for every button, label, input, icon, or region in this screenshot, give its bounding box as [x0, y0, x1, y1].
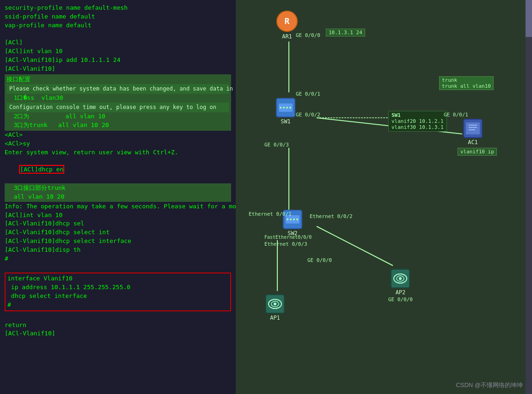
port-config-1: 1口�ss vlan30 — [6, 94, 229, 103]
ac1-ge001-label: GE 0/0/1 — [444, 111, 468, 118]
trunk-label2: all vlan 10 20 — [6, 193, 229, 201]
notification-msg1: Please check whether system data has bee… — [6, 84, 229, 94]
notification-msg2: Configuration console time out, please p… — [6, 103, 229, 112]
sw1-vlanif20: vlanif20 10.1.2.1 — [391, 118, 444, 124]
terminal-panel: security-profile name default-mesh ssid-… — [0, 0, 236, 394]
ap1-node: AP1 — [264, 293, 286, 321]
svg-point-19 — [296, 218, 298, 220]
ar1-interface-label: GE 0/0/0 — [296, 31, 320, 38]
red-config-box: interface Vlanif10 ip address 10.1.1.1 2… — [5, 273, 231, 311]
ap1-icon — [264, 293, 286, 315]
terminal-dhcp-select-int: [ACl-Vlanif10]dhcp select int — [5, 228, 231, 237]
svg-point-23 — [274, 303, 276, 305]
terminal-line-5: [ACl] — [5, 38, 231, 47]
ap2-ge-label: GE 0/0/0 — [307, 256, 332, 263]
switch-icon-sw1 — [275, 97, 296, 118]
sw1-vlanif30: vlanif30 10.1.3.1 — [391, 124, 444, 130]
svg-point-17 — [290, 218, 292, 220]
sw1-left-node: SW1 — [275, 97, 296, 125]
terminal-line-4 — [5, 30, 231, 39]
router-icon: R — [275, 9, 299, 33]
ar1-label: AR1 — [282, 33, 292, 40]
svg-point-27 — [399, 277, 402, 280]
terminal-line-acl: <ACl> — [5, 131, 231, 139]
ap2-icon — [390, 268, 411, 289]
terminal-line-enter: Enter system view, return user view with… — [5, 148, 231, 157]
sw2-eth002: Ethernet 0/0/2 — [310, 212, 353, 219]
terminal-dhcp-en: [ACl]dhcp en — [5, 157, 231, 183]
port-config-3: 3口为trunk all vlan 10 20 — [6, 121, 229, 130]
sw2-eth001: Ethernet 0/0/1 — [249, 210, 292, 217]
terminal-line-6: [ACl]int vlan 10 — [5, 47, 231, 56]
network-connections — [236, 0, 532, 394]
terminal-line-7: [ACl-Vlanif10]ip add 10.1.1.1 24 — [5, 56, 231, 65]
svg-text:R: R — [285, 16, 290, 26]
sw1-ge001-label: GE 0/0/1 — [296, 90, 320, 97]
scrollbar[interactable] — [526, 0, 532, 394]
ac1-label: AC1 — [468, 139, 478, 145]
trunk-box: trunk trunk all vlan10 — [439, 76, 494, 90]
watermark: CSDN @不懂网络的坤坤 — [456, 381, 523, 389]
terminal-int-vlan: [ACl]int vlan 10 — [5, 211, 231, 220]
sw1-right-label: SW1 vlanif20 10.1.2.1 vlanif30 10.1.3.1 — [388, 111, 447, 132]
sw1-ge003-label: GE 0/0/3 — [264, 141, 289, 148]
terminal-ip-addr: ip address 10.1.1.1 255.255.255.0 — [7, 283, 228, 292]
diagram-panel: R AR1 GE 0/0/0 10.1.3.1 24 SW1 GE 0/0/1 … — [236, 0, 532, 394]
ac1-icon — [462, 118, 483, 139]
svg-point-16 — [287, 218, 288, 220]
svg-point-13 — [289, 107, 291, 109]
svg-point-12 — [286, 107, 288, 109]
sw1-right-title: SW1 — [391, 112, 444, 118]
sw2-eth003: Ethernet 0/0/3 — [264, 240, 307, 247]
terminal-dhcp-iface: dhcp select interface — [7, 292, 228, 301]
notification-line1: 接口配置 — [6, 75, 229, 84]
terminal-disp-th: [ACl-Vlanif10]disp th — [5, 246, 231, 255]
terminal-line-1: security-profile name default-mesh — [5, 4, 231, 12]
terminal-line-sy: <ACl>sy — [5, 139, 231, 148]
terminal-iface-vlanif: interface Vlanif10 — [7, 274, 228, 283]
ap2-node: AP2 GE 0/0/0 — [388, 268, 413, 303]
ap2-label: AP2 — [396, 289, 406, 296]
ar1-ip-box: 10.1.3.1 24 — [326, 29, 365, 36]
terminal-hash1: # — [5, 255, 231, 263]
terminal-blank — [5, 263, 231, 272]
terminal-dhcp-sel: [ACl-Vlanif10]dhcp sel — [5, 219, 231, 228]
terminal-prompt: [ACl-Vlanif10] — [5, 329, 231, 338]
terminal-info: Info: The operation may take a few secon… — [5, 202, 231, 211]
svg-rect-29 — [466, 122, 480, 134]
ac1-vlanif-box: vlanif10 ip — [458, 148, 497, 156]
terminal-line-2: ssid-profile name default — [5, 12, 231, 21]
scrollbar-thumb[interactable] — [526, 0, 532, 37]
svg-point-18 — [293, 218, 295, 220]
sw2-fast000: FastEthernet0/0/0 — [264, 233, 312, 240]
terminal-line-8: [ACl-Vlanif10] — [5, 65, 231, 73]
ap1-label: AP1 — [270, 315, 280, 321]
trunk-label: 3口接口部分trunk — [6, 184, 229, 193]
terminal-blank2 — [5, 312, 231, 321]
ac1-node: AC1 — [462, 118, 483, 145]
ap2-ge000: GE 0/0/0 — [388, 297, 413, 303]
svg-point-10 — [280, 107, 281, 109]
sw1-ge002-label: GE 0/0/2 — [296, 111, 320, 118]
terminal-return: return — [5, 321, 231, 330]
port-config-2: 2口为 all vlan 10 — [6, 112, 229, 121]
terminal-dhcp-select-iface: [ACl-Vlanif10]dhcp select interface — [5, 237, 231, 246]
sw1-left-label: SW1 — [281, 118, 291, 125]
terminal-hash2: # — [7, 301, 228, 309]
terminal-line-3: vap-profile name default — [5, 21, 231, 30]
svg-point-11 — [283, 107, 285, 109]
